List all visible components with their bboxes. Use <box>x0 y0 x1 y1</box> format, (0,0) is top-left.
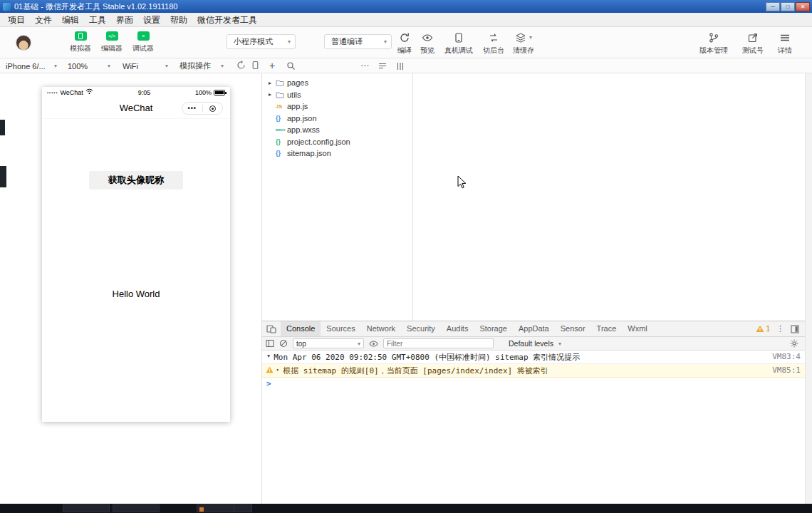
zoom-select-value: 100% <box>68 62 88 71</box>
tab-audits[interactable]: Audits <box>441 321 474 336</box>
tree-item-project-config-json[interactable]: {} project.config.json <box>262 136 412 148</box>
tab-security[interactable]: Security <box>401 321 441 336</box>
menu-help[interactable]: 帮助 <box>165 13 192 27</box>
tab-appdata[interactable]: AppData <box>513 321 555 336</box>
edge-docked-window-tab[interactable] <box>0 166 6 187</box>
console-source-link[interactable]: VM83:4 <box>772 352 801 361</box>
mouse-cursor <box>457 175 467 192</box>
simulate-operation-select[interactable]: 模拟操作 ▾ <box>179 58 224 73</box>
phone-nav-bar: WeChat ••• <box>42 98 230 119</box>
device-frame-icon[interactable] <box>251 61 260 72</box>
console-warning-row[interactable]: ▸ 根据 sitemap 的规则[0]，当前页面 [pages/index/in… <box>262 364 805 378</box>
tree-item-app-js[interactable]: JS app.js <box>262 100 412 113</box>
log-levels-select[interactable]: Default levels ▾ <box>509 339 561 348</box>
taskbar-item[interactable] <box>113 504 160 512</box>
tree-item-app-wxss[interactable]: wxss app.wxss <box>262 124 412 136</box>
toggle-simulator[interactable]: 模拟器 <box>65 31 96 53</box>
mode-select[interactable]: 小程序模式 ▾ <box>227 34 296 49</box>
close-button[interactable]: ✕ <box>796 2 810 11</box>
tree-item-utils[interactable]: ▸ utils <box>262 89 412 101</box>
simulator-icon <box>75 31 87 41</box>
compile-mode-select[interactable]: 普通编译 ▾ <box>324 34 392 49</box>
collapsed-caret-icon[interactable]: ▸ <box>276 367 279 373</box>
tab-storage[interactable]: Storage <box>474 321 513 336</box>
editor-icon: </> <box>106 31 118 41</box>
real-device-icon <box>453 31 464 43</box>
device-toolbar-icon[interactable] <box>262 325 281 333</box>
execution-context-value: top <box>296 340 306 348</box>
console-filter-input[interactable] <box>383 338 494 348</box>
tab-sensor[interactable]: Sensor <box>555 321 591 336</box>
tree-more-icon[interactable]: ⋯ <box>360 58 369 73</box>
toggle-editor[interactable]: </> 编辑器 <box>96 31 127 53</box>
user-avatar[interactable] <box>16 35 31 51</box>
preview-button[interactable]: 预览 <box>416 31 439 56</box>
toggle-debugger[interactable]: ≡ 调试器 <box>127 31 159 53</box>
menu-tools[interactable]: 工具 <box>84 13 111 27</box>
clear-cache-button[interactable]: ▾ 清缓存 <box>509 31 538 56</box>
network-select[interactable]: WiFi ▾ <box>123 58 168 73</box>
collapse-folders-icon[interactable] <box>396 62 405 73</box>
tab-network[interactable]: Network <box>361 321 401 336</box>
capsule-more-button[interactable]: ••• <box>182 103 202 114</box>
live-expression-eye-icon[interactable] <box>369 340 378 348</box>
real-device-label: 真机调试 <box>444 46 473 56</box>
expand-caret-icon[interactable]: ▼ <box>267 353 270 359</box>
compile-button[interactable]: 编译 <box>393 31 416 56</box>
tree-item-label: app.wxss <box>287 125 320 134</box>
chevron-down-icon: ▾ <box>108 63 110 69</box>
rotate-device-icon[interactable] <box>236 61 246 72</box>
tree-item-app-json[interactable]: {} app.json <box>262 113 412 125</box>
minimize-button[interactable]: ─ <box>766 2 780 11</box>
menu-settings[interactable]: 设置 <box>138 13 165 27</box>
get-avatar-nickname-button[interactable]: 获取头像昵称 <box>89 171 183 190</box>
console-sidebar-icon[interactable] <box>266 339 274 348</box>
capsule-home-button[interactable] <box>203 105 223 112</box>
menu-wechat-devtools[interactable]: 微信开发者工具 <box>192 13 262 27</box>
real-device-debug-button[interactable]: 真机调试 <box>439 31 479 56</box>
window-right-gutter <box>805 73 812 504</box>
zoom-select[interactable]: 100% ▾ <box>68 58 110 73</box>
tree-item-pages[interactable]: ▸ pages <box>262 77 412 89</box>
version-management-button[interactable]: 版本管理 <box>695 31 732 56</box>
dock-side-icon[interactable] <box>791 325 799 333</box>
execution-context-select[interactable]: top ▾ <box>293 338 364 348</box>
tab-console[interactable]: Console <box>281 321 321 336</box>
chevron-down-icon: ▾ <box>221 63 224 69</box>
branch-icon <box>708 31 719 43</box>
menu-file[interactable]: 文件 <box>30 13 57 27</box>
console-source-link[interactable]: VM85:1 <box>772 366 801 375</box>
test-account-button[interactable]: 测试号 <box>738 31 768 56</box>
edge-docked-window-tab[interactable] <box>0 120 5 135</box>
clear-console-icon[interactable] <box>279 339 288 348</box>
tab-trace[interactable]: Trace <box>591 321 623 336</box>
console-log-row[interactable]: ▼ Mon Apr 06 2020 09:02:50 GMT+0800 (中国标… <box>262 351 805 364</box>
signal-dots-icon: ••••• <box>47 90 58 95</box>
warning-count-badge[interactable]: 1 <box>756 325 770 333</box>
search-icon[interactable] <box>286 61 296 73</box>
menu-view[interactable]: 界面 <box>111 13 138 27</box>
tree-item-sitemap-json[interactable]: {} sitemap.json <box>262 147 412 160</box>
menu-edit[interactable]: 编辑 <box>57 13 84 27</box>
details-button[interactable]: 详情 <box>774 31 796 56</box>
tab-wxml[interactable]: Wxml <box>622 321 653 336</box>
tab-sources[interactable]: Sources <box>321 321 360 336</box>
console-prompt[interactable]: > <box>262 378 805 390</box>
console-settings-gear-icon[interactable] <box>790 339 801 348</box>
test-account-label: 测试号 <box>742 46 764 56</box>
menu-project[interactable]: 项目 <box>3 13 30 27</box>
device-select[interactable]: iPhone 6/... ▾ <box>6 58 57 73</box>
new-tab-plus-icon[interactable]: + <box>269 58 275 73</box>
maximize-button[interactable]: □ <box>781 2 795 11</box>
taskbar-item[interactable] <box>63 504 110 512</box>
warning-triangle-icon <box>266 366 274 375</box>
open-files-list-icon[interactable] <box>378 62 387 73</box>
devtools-tab-bar: Console Sources Network Security Audits … <box>262 321 805 337</box>
switch-background-button[interactable]: 切后台 <box>479 31 509 56</box>
kebab-menu-icon[interactable]: ⋮ <box>776 324 784 333</box>
switch-background-label: 切后台 <box>483 46 504 56</box>
editor-panel[interactable] <box>413 73 805 321</box>
taskbar-item-icon <box>199 507 204 512</box>
taskbar-item[interactable] <box>234 504 252 512</box>
folder-icon <box>276 91 287 98</box>
